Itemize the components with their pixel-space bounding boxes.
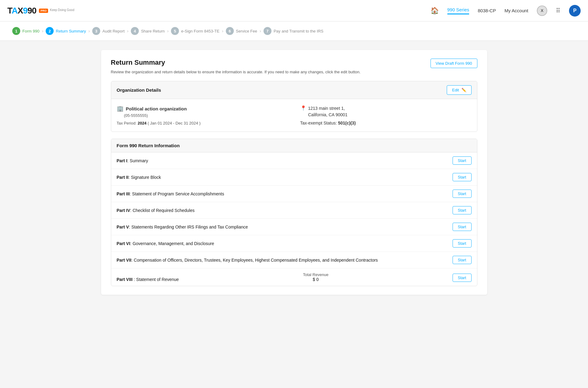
- step-arrow-4: ›: [167, 29, 169, 33]
- part-row-part-vi: Part VI: Governance, Management, and Dis…: [111, 235, 477, 252]
- part-viii-bold: Part VIII: [117, 277, 133, 282]
- step-arrow-3: ›: [127, 29, 129, 33]
- home-icon[interactable]: 🏠: [431, 7, 439, 15]
- part-viii-start-button[interactable]: Start: [453, 274, 471, 282]
- step-circle-7: 7: [264, 27, 271, 35]
- step-item-6[interactable]: 6Service Fee: [226, 27, 257, 35]
- step-circle-3: 3: [92, 27, 100, 35]
- org-left: 🏢 Political action organization (05-5555…: [117, 105, 288, 125]
- logo: TAX990 PRO Keep Doing Good: [7, 6, 74, 16]
- part-row-part-iv: Part IV: Checklist of Required Schedules…: [111, 202, 477, 219]
- stepper-bar: 1Form 990›2Return Summary›3Audit Report›…: [0, 21, 588, 41]
- part-label-part-vi: Part VI: Governance, Management, and Dis…: [117, 241, 214, 246]
- part-viii-label: Part VIII : Statement of Revenue: [117, 277, 179, 282]
- period-paren: (: [148, 121, 150, 125]
- tax-status-label: Tax-exempt Status:: [300, 121, 337, 125]
- part-row-part-v: Part V: Statements Regarding Other IRS F…: [111, 219, 477, 235]
- step-label-2: Return Summary: [56, 29, 86, 33]
- page-subtitle: Review the organization and return detai…: [111, 70, 361, 74]
- step-item-5[interactable]: 5e-Sign Form 8453-TE: [171, 27, 219, 35]
- x-button[interactable]: X: [537, 6, 547, 16]
- part-viii-left: Part VIII : Statement of Revenue: [117, 277, 179, 282]
- period-label: Tax Period:: [117, 121, 137, 125]
- grid-icon[interactable]: ⠿: [556, 7, 560, 14]
- step-arrow-2: ›: [89, 29, 90, 33]
- step-circle-5: 5: [171, 27, 179, 35]
- org-address-line2: California, CA 90001: [308, 112, 347, 118]
- revenue-label: Total Revenue: [303, 272, 328, 277]
- part-label-part-ii: Part II: Signature Block: [117, 175, 161, 180]
- org-address-lines: 1213 main street 1, California, CA 90001: [308, 105, 347, 118]
- form990-section-title: Form 990 Return Information: [117, 143, 180, 148]
- part-row-part-i: Part I: SummaryStart: [111, 152, 477, 169]
- org-period: Tax Period: 2024 ( Jan 01 2024 - Dec 31 …: [117, 121, 288, 125]
- part-label-part-iv: Part IV: Checklist of Required Schedules: [117, 208, 195, 213]
- org-address: 📍 1213 main street 1, California, CA 900…: [300, 105, 472, 118]
- part-label-part-v: Part V: Statements Regarding Other IRS F…: [117, 225, 248, 229]
- step-arrow-5: ›: [222, 29, 223, 33]
- part-ii-start-button[interactable]: Start: [453, 173, 471, 181]
- part-iv-start-button[interactable]: Start: [453, 206, 471, 214]
- part-iii-start-button[interactable]: Start: [453, 190, 471, 198]
- part-vii-start-button[interactable]: Start: [453, 256, 471, 264]
- header: TAX990 PRO Keep Doing Good 🏠 990 Series …: [0, 0, 588, 21]
- main-content: Return Summary Review the organization a…: [95, 50, 493, 295]
- edit-icon: ✏️: [461, 88, 466, 92]
- my-account-link[interactable]: My Account: [504, 8, 528, 13]
- part-row-part-ii: Part II: Signature BlockStart: [111, 169, 477, 186]
- part-label-part-vii: Part VII: Compensation of Officers, Dire…: [117, 258, 378, 263]
- org-name: 🏢 Political action organization: [117, 105, 288, 112]
- step-item-4[interactable]: 4Share Return: [131, 27, 165, 35]
- form990-section-header: Form 990 Return Information: [111, 139, 477, 152]
- series-link[interactable]: 990 Series: [447, 7, 469, 14]
- part-vi-start-button[interactable]: Start: [453, 239, 471, 248]
- step-circle-6: 6: [226, 27, 234, 35]
- avatar[interactable]: P: [569, 5, 581, 17]
- logo-tagline: Keep Doing Good: [50, 8, 74, 12]
- org-details-section: Organization Details Edit ✏️ 🏢 Political…: [111, 81, 477, 132]
- header-nav: 🏠 990 Series 8038-CP My Account X ⠿ P: [431, 5, 581, 17]
- view-draft-button[interactable]: View Draft Form 990: [431, 59, 477, 68]
- page-title: Return Summary: [111, 59, 361, 67]
- step-label-3: Audit Report: [102, 29, 124, 33]
- step-label-6: Service Fee: [236, 29, 257, 33]
- org-ein: (05-5555555): [124, 113, 288, 118]
- logo-text: TAX990: [7, 6, 38, 15]
- org-tax-status: Tax-exempt Status: 501(c)(3): [300, 121, 472, 125]
- part-viii-revenue: Total Revenue $ 0: [303, 272, 328, 282]
- org-name-text: Political action organization: [126, 106, 187, 111]
- step-arrow-6: ›: [260, 29, 261, 33]
- step-circle-4: 4: [131, 27, 139, 35]
- period-close: ): [199, 121, 200, 125]
- part-label-part-iii: Part III: Statement of Program Service A…: [117, 191, 224, 196]
- part-row-part-iii: Part III: Statement of Program Service A…: [111, 186, 477, 202]
- step-circle-1: 1: [12, 27, 20, 35]
- period-range: Jan 01 2024 - Dec 31 2024: [150, 121, 198, 125]
- org-section-body: 🏢 Political action organization (05-5555…: [111, 99, 477, 132]
- tax-status-value: 501(c)(3): [338, 121, 356, 125]
- step-label-4: Share Return: [141, 29, 165, 33]
- location-icon: 📍: [300, 105, 306, 111]
- step-label-1: Form 990: [22, 29, 40, 33]
- org-address-line1: 1213 main street 1,: [308, 105, 347, 112]
- part-i-start-button[interactable]: Start: [453, 156, 471, 165]
- edit-button[interactable]: Edit ✏️: [447, 85, 471, 95]
- org-row: 🏢 Political action organization (05-5555…: [117, 105, 472, 125]
- title-text-area: Return Summary Review the organization a…: [111, 59, 361, 74]
- step-item-2[interactable]: 2Return Summary: [46, 27, 86, 35]
- step-circle-2: 2: [46, 27, 54, 35]
- form-8038-link[interactable]: 8038-CP: [478, 8, 496, 13]
- step-item-1[interactable]: 1Form 990: [12, 27, 40, 35]
- part-v-start-button[interactable]: Start: [453, 223, 471, 231]
- org-right: 📍 1213 main street 1, California, CA 900…: [300, 105, 472, 125]
- form990-parts: Part I: SummaryStartPart II: Signature B…: [111, 152, 477, 268]
- pro-badge: PRO: [39, 9, 48, 13]
- main-card: Return Summary Review the organization a…: [101, 50, 487, 295]
- stepper: 1Form 990›2Return Summary›3Audit Report›…: [12, 27, 576, 35]
- step-label-5: e-Sign Form 8453-TE: [181, 29, 219, 33]
- period-year: 2024: [138, 121, 146, 125]
- step-item-7[interactable]: 7Pay and Transmit to the IRS: [264, 27, 324, 35]
- step-item-3[interactable]: 3Audit Report: [92, 27, 124, 35]
- title-row: Return Summary Review the organization a…: [111, 59, 477, 74]
- org-section-header: Organization Details Edit ✏️: [111, 81, 477, 99]
